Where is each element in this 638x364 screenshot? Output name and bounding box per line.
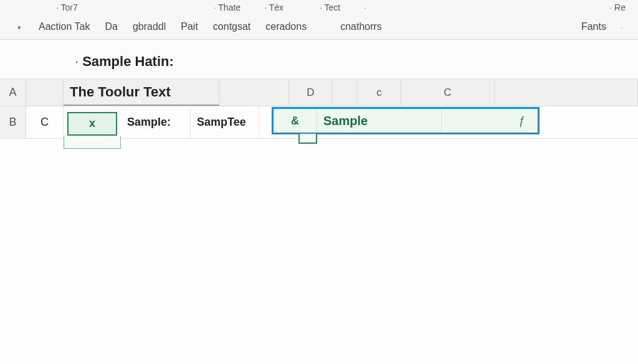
- cell-handle[interactable]: [64, 136, 121, 149]
- ribbon-tab[interactable]: Pait: [181, 21, 198, 32]
- column-header[interactable]: D: [289, 79, 333, 106]
- ribbon-tab[interactable]: Fants: [581, 21, 606, 32]
- column-header[interactable]: c: [358, 79, 401, 106]
- ribbon: Tor7 Thate Téx Tect Re ▾ Aaction Tak Da …: [0, 0, 638, 40]
- cell[interactable]: [495, 79, 638, 106]
- ribbon-tab[interactable]: contgsat: [213, 21, 250, 32]
- cell[interactable]: x: [64, 106, 121, 138]
- cell[interactable]: [333, 79, 358, 106]
- empty-cells[interactable]: [0, 139, 638, 325]
- chevron-down-icon[interactable]: ▾: [17, 24, 21, 32]
- ribbon-tab[interactable]: cnathorrs: [340, 21, 382, 32]
- cell[interactable]: SampTee: [191, 106, 259, 138]
- section-title: ·Sample Hatin:: [0, 40, 638, 79]
- ribbon-tab[interactable]: ceradons: [265, 21, 307, 32]
- spreadsheet[interactable]: A The Toolur Text D c C B C x Sample: Sa…: [0, 79, 638, 364]
- section-title-text: Sample Hatin:: [82, 54, 174, 69]
- selection-cell[interactable]: &: [274, 109, 317, 133]
- spacer: [259, 106, 272, 138]
- ribbon-tab[interactable]: Da: [105, 21, 117, 32]
- ribbon-label[interactable]: Thate: [214, 2, 240, 12]
- ribbon-tabs: ▾ Aaction Tak Da gbraddl Pait contgsat c…: [12, 19, 626, 37]
- selection-cell[interactable]: ƒ: [442, 109, 538, 133]
- cell[interactable]: C: [26, 106, 64, 138]
- cell[interactable]: Sample:: [121, 106, 191, 138]
- active-selection[interactable]: & Sample ƒ: [272, 107, 540, 134]
- selection-cell[interactable]: Sample: [317, 109, 442, 133]
- ribbon-label[interactable]: Tect: [320, 2, 340, 12]
- ribbon-tab[interactable]: Aaction Tak: [39, 21, 90, 32]
- cell[interactable]: [219, 79, 289, 106]
- ribbon-label[interactable]: Tor7: [56, 2, 78, 12]
- ribbon-tab[interactable]: gbraddl: [133, 21, 166, 32]
- ribbon-label[interactable]: Re: [609, 2, 626, 12]
- data-row: B C x Sample: SampTee & Sample ƒ: [0, 106, 638, 139]
- cell[interactable]: [26, 79, 64, 106]
- title-cell[interactable]: The Toolur Text: [64, 79, 219, 106]
- chevron-icon[interactable]: ·: [621, 24, 623, 31]
- row-header[interactable]: A: [0, 79, 26, 106]
- formula-cell[interactable]: x: [67, 112, 117, 136]
- ribbon-top-row: Tor7 Thate Téx Tect Re: [12, 0, 626, 19]
- row-header[interactable]: B: [0, 106, 26, 138]
- selection-handle[interactable]: [298, 134, 317, 144]
- header-row: A The Toolur Text D c C: [0, 79, 638, 106]
- ribbon-label[interactable]: Téx: [264, 2, 283, 12]
- column-header[interactable]: C: [401, 79, 495, 106]
